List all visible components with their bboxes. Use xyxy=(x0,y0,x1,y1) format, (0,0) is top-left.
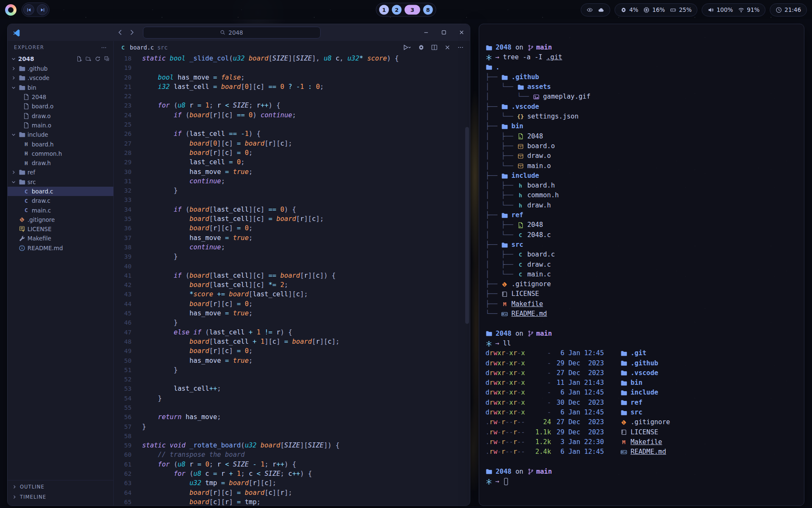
workspace-button-8[interactable]: 8 xyxy=(423,5,433,15)
scrollbar-thumb[interactable] xyxy=(465,127,469,324)
close-button[interactable] xyxy=(458,29,465,36)
code-line[interactable]: 20 bool has_move = false; xyxy=(114,73,470,82)
code-line[interactable]: 61 for (u8 r = 0; r < SIZE - 1; r++) { xyxy=(114,460,470,469)
sidebar-item-README.md[interactable]: README.md xyxy=(8,243,113,253)
code-line[interactable]: 50 has_move = true; xyxy=(114,356,470,365)
sidebar-item-main.c[interactable]: Cmain.c xyxy=(8,205,113,215)
media-prev-button[interactable] xyxy=(23,4,34,15)
sidebar-item-.gitignore[interactable]: .gitignore xyxy=(8,215,113,224)
sidebar-item-draw.h[interactable]: Hdraw.h xyxy=(8,158,113,168)
sidebar-item-draw.c[interactable]: Cdraw.c xyxy=(8,196,113,205)
code-line[interactable]: 51 } xyxy=(114,365,470,375)
more-actions-icon[interactable] xyxy=(457,44,464,51)
sidebar-item-.github[interactable]: .github xyxy=(8,64,113,73)
code-line[interactable]: 53 last_cell++; xyxy=(114,384,470,393)
code-line[interactable]: 63 u32 tmp = board[r][c]; xyxy=(114,478,470,488)
code-line[interactable]: 29 last_cell = 0; xyxy=(114,157,470,167)
sidebar-item-LICENSE[interactable]: LICENSE xyxy=(8,224,113,234)
code-line[interactable]: 49 board[r][c] = 0; xyxy=(114,346,470,356)
workspace-button-1[interactable]: 1 xyxy=(379,5,389,15)
navigate-back-button[interactable] xyxy=(117,29,124,36)
sidebar-item-.vscode[interactable]: .vscode xyxy=(8,73,113,83)
code-line[interactable]: 43 *score += board[last_cell][c]; xyxy=(114,290,470,299)
code-line[interactable]: 37 has_move = true; xyxy=(114,233,470,243)
split-editor-button[interactable] xyxy=(431,44,438,51)
sidebar-item-common.h[interactable]: Hcommon.h xyxy=(8,149,113,158)
refresh-explorer-button[interactable] xyxy=(95,56,101,62)
code-line[interactable]: 34 if (board[last_cell][c] == 0) { xyxy=(114,205,470,214)
terminal-window[interactable]: 2048 on main→tree -a -I .git.├── .github… xyxy=(479,24,804,506)
code-line[interactable]: 32 } xyxy=(114,186,470,195)
terminal-cursor[interactable] xyxy=(504,478,508,485)
code-line[interactable]: 39 } xyxy=(114,252,470,261)
code-line[interactable]: 21 i32 last_cell = board[0][c] == 0 ? -1… xyxy=(114,82,470,91)
code-line[interactable]: 54 } xyxy=(114,394,470,403)
command-center-search[interactable]: 2048 xyxy=(143,27,321,39)
code-line[interactable]: 42 board[last_cell][c] *= 2; xyxy=(114,280,470,290)
sidebar-item-include[interactable]: include xyxy=(8,130,113,139)
code-area[interactable]: 18static bool _slide_col(u32 board[SIZE]… xyxy=(114,54,470,505)
code-line[interactable]: 48 board[last_cell + 1][c] = board[r][c]… xyxy=(114,337,470,346)
code-line[interactable]: 62 for (u8 c = r + 1; c < SIZE; c++) { xyxy=(114,469,470,478)
code-line[interactable]: 27 board[0][c] = board[r][c]; xyxy=(114,139,470,148)
audio-network-widget[interactable]: 100%91% xyxy=(702,3,765,17)
sidebar-item-2048[interactable]: 2048 xyxy=(8,92,113,102)
workspace-button-3[interactable]: 3 xyxy=(405,5,420,15)
code-line[interactable]: 23 for (u8 r = 1; r < SIZE; r++) { xyxy=(114,101,470,110)
code-line[interactable]: 58 xyxy=(114,431,470,441)
code-line[interactable]: 22 xyxy=(114,91,470,101)
code-line[interactable]: 41 if (board[last_cell][c] == board[r][c… xyxy=(114,271,470,280)
new-folder-button[interactable] xyxy=(85,56,91,62)
sidebar-item-bin[interactable]: bin xyxy=(8,83,113,92)
maximize-button[interactable] xyxy=(441,29,447,36)
code-line[interactable]: 19 xyxy=(114,63,470,72)
code-line[interactable]: 59static void _rotate_board(u32 board[SI… xyxy=(114,441,470,450)
gear-icon[interactable] xyxy=(418,44,425,51)
navigate-forward-button[interactable] xyxy=(128,29,135,36)
weather-widget[interactable] xyxy=(581,3,610,17)
sidebar-item-ref[interactable]: ref xyxy=(8,168,113,177)
code-line[interactable]: 33 xyxy=(114,195,470,204)
sidebar-item-main.o[interactable]: main.o xyxy=(8,121,113,130)
code-line[interactable]: 40 xyxy=(114,262,470,271)
sidebar-item-board.h[interactable]: Hboard.h xyxy=(8,139,113,149)
media-next-button[interactable] xyxy=(37,4,48,15)
code-line[interactable]: 60 // transpose the board xyxy=(114,450,470,459)
app-launcher-icon[interactable] xyxy=(5,4,16,16)
code-line[interactable]: 35 board[last_cell][c] = board[r][c]; xyxy=(114,214,470,224)
editor-scrollbar[interactable] xyxy=(465,55,469,503)
code-line[interactable]: 30 has_move = true; xyxy=(114,167,470,177)
timeline-panel-header[interactable]: TIMELINE xyxy=(8,492,113,502)
code-line[interactable]: 26 if (last_cell == -1) { xyxy=(114,129,470,138)
collapse-folders-button[interactable] xyxy=(104,56,110,62)
code-line[interactable]: 46 } xyxy=(114,318,470,327)
code-line[interactable]: 65 board[c][r] = tmp; xyxy=(114,497,470,505)
explorer-more-icon[interactable] xyxy=(101,44,107,51)
code-line[interactable]: 45 has_move = true; xyxy=(114,309,470,318)
code-line[interactable]: 57} xyxy=(114,422,470,431)
code-line[interactable]: 28 board[r][c] = 0; xyxy=(114,148,470,157)
outline-panel-header[interactable]: OUTLINE xyxy=(8,482,113,492)
code-line[interactable]: 47 else if (last_cell + 1 != r) { xyxy=(114,328,470,337)
code-line[interactable]: 31 continue; xyxy=(114,177,470,186)
breadcrumb[interactable]: C board.c src xyxy=(114,41,470,54)
code-line[interactable]: 56 return has_move; xyxy=(114,412,470,422)
code-line[interactable]: 64 board[r][c] = board[c][r]; xyxy=(114,488,470,497)
code-line[interactable]: 25 xyxy=(114,120,470,129)
sidebar-item-draw.o[interactable]: draw.o xyxy=(8,111,113,120)
minimize-button[interactable] xyxy=(423,29,429,36)
run-code-button[interactable] xyxy=(403,44,411,51)
sidebar-item-Makefile[interactable]: Makefile xyxy=(8,234,113,243)
new-file-button[interactable] xyxy=(76,56,82,62)
sidebar-item-board.o[interactable]: board.o xyxy=(8,102,113,111)
code-line[interactable]: 38 continue; xyxy=(114,243,470,252)
code-line[interactable]: 36 board[r][c] = 0; xyxy=(114,224,470,233)
code-line[interactable]: 18static bool _slide_col(u32 board[SIZE]… xyxy=(114,54,470,63)
workspace-button-2[interactable]: 2 xyxy=(392,5,402,15)
sidebar-item-src[interactable]: src xyxy=(8,177,113,187)
code-line[interactable]: 44 board[r][c] = 0; xyxy=(114,299,470,309)
explorer-root-folder[interactable]: 2048 xyxy=(8,54,113,64)
sidebar-item-board.c[interactable]: Cboard.c xyxy=(8,187,113,196)
close-editor-button[interactable] xyxy=(444,44,451,51)
code-line[interactable]: 52 xyxy=(114,375,470,384)
